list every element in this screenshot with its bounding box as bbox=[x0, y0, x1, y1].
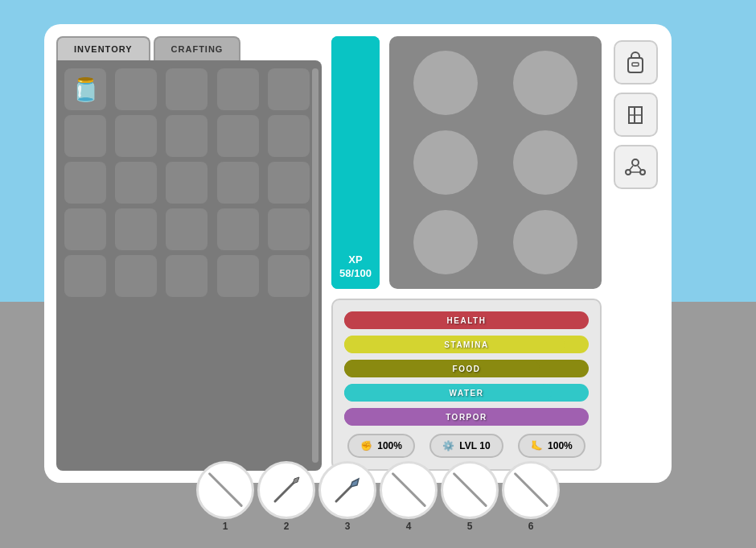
top-middle: XP 58/100 bbox=[331, 36, 602, 289]
health-bar: HEALTH bbox=[344, 311, 589, 329]
hotbar-slot-4[interactable] bbox=[380, 461, 438, 519]
backpack-button[interactable] bbox=[614, 40, 658, 84]
tab-inventory[interactable]: INVENTORY bbox=[56, 36, 150, 60]
inventory-grid: 🫙 bbox=[64, 68, 314, 297]
hotbar-item-4: 4 bbox=[380, 461, 438, 532]
speed-value: 100% bbox=[548, 440, 573, 451]
torpor-row: TORPOR bbox=[344, 408, 589, 426]
social-icon bbox=[622, 155, 648, 180]
empty-slot-4 bbox=[382, 464, 435, 517]
svg-rect-0 bbox=[628, 58, 643, 72]
social-button[interactable] bbox=[614, 145, 658, 189]
inventory-slot-16[interactable] bbox=[64, 208, 106, 250]
inventory-slot-6[interactable] bbox=[64, 115, 106, 157]
equipment-grid bbox=[389, 36, 602, 289]
tabs: INVENTORY CRAFTING bbox=[56, 36, 322, 60]
hotbar-slot-2[interactable] bbox=[257, 461, 315, 519]
water-bar: WATER bbox=[344, 384, 589, 402]
slash-icon-6 bbox=[513, 472, 549, 508]
left-section: INVENTORY CRAFTING 🫙 bbox=[56, 36, 322, 471]
backpack-icon bbox=[622, 50, 648, 76]
hotbar: 1 2 3 4 bbox=[196, 461, 560, 532]
stat-bottom: ✊ 100% ⚙️ LVL 10 🦶 100% bbox=[344, 434, 589, 458]
hotbar-slot-5[interactable] bbox=[441, 461, 499, 519]
inventory-slot-19[interactable] bbox=[217, 208, 259, 250]
inventory-slot-18[interactable] bbox=[166, 208, 207, 250]
inventory-slot-13[interactable] bbox=[166, 162, 207, 204]
hotbar-item-1: 1 bbox=[196, 461, 254, 532]
inventory-slot-7[interactable] bbox=[115, 115, 157, 157]
hotbar-slot-6[interactable] bbox=[502, 461, 560, 519]
hotbar-item-3: 3 bbox=[318, 461, 376, 532]
equip-slot-2[interactable] bbox=[513, 51, 577, 115]
inventory-slot-12[interactable] bbox=[115, 162, 157, 204]
inventory-slot-1[interactable]: 🫙 bbox=[64, 68, 106, 110]
stamina-label: STAMINA bbox=[344, 340, 589, 349]
xp-bar-container: XP 58/100 bbox=[331, 36, 380, 289]
inventory-slot-23[interactable] bbox=[166, 255, 207, 297]
equip-slot-3[interactable] bbox=[413, 130, 478, 195]
svg-rect-1 bbox=[632, 63, 639, 66]
equip-slot-4[interactable] bbox=[513, 130, 577, 195]
inventory-slot-2[interactable] bbox=[115, 68, 157, 110]
inventory-slot-20[interactable] bbox=[268, 208, 310, 250]
stats-section: HEALTH STAMINA FOOD bbox=[331, 299, 602, 471]
middle-section: XP 58/100 HEALTH bbox=[331, 36, 602, 471]
inventory-slot-17[interactable] bbox=[115, 208, 157, 250]
equip-slot-1[interactable] bbox=[413, 51, 478, 115]
speed-icon: 🦶 bbox=[531, 440, 543, 451]
inventory-slot-3[interactable] bbox=[166, 68, 207, 110]
weight-icon: ✊ bbox=[360, 440, 372, 451]
svg-point-4 bbox=[640, 170, 645, 175]
stamina-row: STAMINA bbox=[344, 336, 589, 353]
level-value: LVL 10 bbox=[459, 440, 490, 451]
water-row: WATER bbox=[344, 384, 589, 402]
weight-badge: ✊ 100% bbox=[347, 434, 415, 458]
inventory-slot-24[interactable] bbox=[217, 255, 259, 297]
level-icon: ⚙️ bbox=[442, 440, 454, 451]
water-label: WATER bbox=[344, 389, 589, 398]
inventory-slot-22[interactable] bbox=[115, 255, 157, 297]
food-bar: FOOD bbox=[344, 360, 589, 377]
hotbar-num-1: 1 bbox=[223, 521, 228, 532]
torpor-label: TORPOR bbox=[344, 413, 589, 422]
xp-text: XP 58/100 bbox=[339, 253, 372, 281]
hotbar-slot-3[interactable] bbox=[318, 461, 376, 519]
inventory-slot-8[interactable] bbox=[166, 115, 207, 157]
pickaxe-icon bbox=[269, 472, 304, 508]
hotbar-item-2: 2 bbox=[257, 461, 315, 532]
inventory-slot-21[interactable] bbox=[64, 255, 106, 297]
equip-slot-6[interactable] bbox=[513, 210, 577, 274]
main-panel: INVENTORY CRAFTING 🫙 bbox=[44, 24, 672, 483]
weight-value: 100% bbox=[377, 440, 402, 451]
hotbar-num-5: 5 bbox=[467, 521, 473, 532]
food-label: FOOD bbox=[344, 365, 589, 373]
svg-point-2 bbox=[632, 159, 639, 166]
torpor-bar: TORPOR bbox=[344, 408, 589, 426]
inventory-slot-4[interactable] bbox=[217, 68, 259, 110]
inventory-slot-11[interactable] bbox=[64, 162, 106, 204]
svg-point-3 bbox=[626, 170, 631, 175]
equip-slot-5[interactable] bbox=[413, 210, 478, 274]
axe-icon bbox=[330, 472, 365, 508]
inventory-item-icon: 🫙 bbox=[72, 76, 100, 103]
xp-fill bbox=[331, 36, 380, 289]
inventory-slot-5[interactable] bbox=[268, 68, 310, 110]
slash-icon-4 bbox=[391, 472, 426, 508]
hotbar-slot-1[interactable] bbox=[196, 461, 254, 519]
book-button[interactable] bbox=[614, 93, 658, 137]
hotbar-num-4: 4 bbox=[406, 521, 412, 532]
inventory-slot-15[interactable] bbox=[268, 162, 310, 204]
right-sidebar bbox=[611, 36, 659, 471]
inventory-area: 🫙 bbox=[56, 60, 322, 471]
tab-crafting[interactable]: CRAFTING bbox=[154, 36, 241, 60]
inventory-slot-9[interactable] bbox=[217, 115, 259, 157]
inventory-slot-10[interactable] bbox=[268, 115, 310, 157]
inventory-slot-14[interactable] bbox=[217, 162, 259, 204]
empty-slot-1 bbox=[199, 464, 252, 517]
inventory-slot-25[interactable] bbox=[268, 255, 310, 297]
empty-slot-5 bbox=[443, 464, 496, 517]
health-label: HEALTH bbox=[344, 316, 589, 325]
inventory-scrollbar[interactable] bbox=[312, 68, 318, 463]
book-icon bbox=[622, 102, 648, 128]
